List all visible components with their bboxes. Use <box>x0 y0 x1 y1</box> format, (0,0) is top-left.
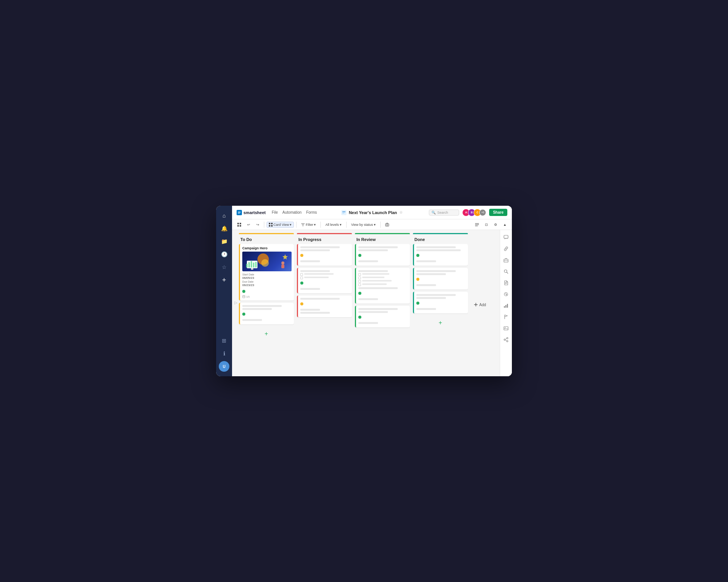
all-levels-chevron: ▾ <box>340 223 342 227</box>
card-todo-2[interactable] <box>239 303 294 324</box>
checkbox-row <box>358 277 408 279</box>
topbar: smartsheet File Automation Forms Next Ye… <box>232 206 512 219</box>
search-box[interactable]: 🔍 Search <box>429 210 459 216</box>
checkbox[interactable] <box>358 277 361 279</box>
link-icon[interactable] <box>502 244 510 253</box>
chat-icon[interactable] <box>502 233 510 241</box>
all-levels-btn[interactable]: All levels ▾ <box>323 222 344 228</box>
card-start-date: 06/05/23 <box>242 276 292 280</box>
nav-file[interactable]: File <box>272 209 278 216</box>
toolbar-right: ⊡ ⚙ ▲ <box>473 222 509 228</box>
card-line <box>300 309 320 311</box>
card-line <box>358 298 378 300</box>
card-in-review-3[interactable] <box>355 306 410 327</box>
card-in-progress-2[interactable] <box>297 268 352 293</box>
search-zoom-icon[interactable] <box>502 267 510 275</box>
checkbox[interactable] <box>358 280 361 283</box>
logo-icon <box>237 210 242 215</box>
grid-icon-btn[interactable] <box>235 222 243 228</box>
app-window: ⌂ 🔔 📁 🕐 ☆ + ⊞ ℹ U smartsheet File Automa… <box>216 206 512 376</box>
column-in-progress-cards <box>297 244 352 376</box>
briefcase-icon[interactable] <box>502 256 510 264</box>
column-todo-border <box>239 233 294 234</box>
sidebar-grid-icon[interactable]: ⊞ <box>219 335 229 346</box>
column-todo-header: To Do <box>239 236 294 244</box>
column-todo-cards: Campaign Hero <box>239 244 294 376</box>
checkbox[interactable] <box>358 273 361 276</box>
card-done-3[interactable] <box>413 292 468 313</box>
chart-icon[interactable] <box>502 301 510 310</box>
flag-icon[interactable] <box>502 313 510 321</box>
card-done-2[interactable] <box>413 268 468 289</box>
collapse-btn[interactable] <box>473 222 481 227</box>
card-status-dot <box>242 290 245 293</box>
add-card-todo-btn[interactable]: + <box>239 328 294 340</box>
svg-rect-6 <box>240 223 241 224</box>
add-card-done-btn[interactable]: + <box>413 317 468 329</box>
card-line <box>304 277 329 278</box>
card-dot <box>416 254 419 257</box>
sidebar-star-icon[interactable]: ☆ <box>219 262 229 272</box>
filter-btn[interactable]: Filter ▾ <box>299 222 318 228</box>
view-by-status-btn[interactable]: View by status ▾ <box>349 222 378 228</box>
checkbox-row-1 <box>300 273 350 276</box>
view-by-status-chevron: ▾ <box>374 223 376 227</box>
card-line <box>300 288 320 290</box>
sidebar-folder-icon[interactable]: 📁 <box>219 236 229 247</box>
sidebar-avatar[interactable]: U <box>219 361 229 372</box>
card-due-date: 06/23/23 <box>242 283 292 287</box>
checkbox-row <box>358 283 408 286</box>
column-in-progress-header: In Progress <box>297 236 352 244</box>
screenshot-btn[interactable] <box>383 222 391 228</box>
svg-rect-38 <box>504 327 508 330</box>
more-btn[interactable]: ▲ <box>501 222 509 228</box>
svg-line-30 <box>507 272 508 274</box>
card-campaign-hero[interactable]: Campaign Hero <box>239 244 294 300</box>
image-icon[interactable] <box>502 324 510 332</box>
column-done-cards: + <box>413 244 468 376</box>
undo-btn[interactable]: ↩ <box>245 222 253 228</box>
column-done-border <box>413 233 468 234</box>
card-line <box>300 246 340 248</box>
file-icon[interactable] <box>502 278 510 287</box>
board-left-edge: ◁ <box>232 230 239 376</box>
card-in-progress-3[interactable] <box>297 296 352 317</box>
card-in-review-1[interactable] <box>355 244 410 266</box>
card-start-label: Start Date <box>242 273 292 276</box>
card-in-progress-1[interactable] <box>297 244 352 266</box>
share-button[interactable]: Share <box>489 209 507 216</box>
redo-btn[interactable]: ↪ <box>254 222 262 228</box>
history-icon[interactable] <box>502 290 510 298</box>
expand-btn[interactable]: ⊡ <box>483 222 490 228</box>
sidebar-info-icon[interactable]: ℹ <box>219 348 229 359</box>
search-placeholder: Search <box>437 211 448 214</box>
toolbar-divider-2 <box>296 222 297 228</box>
svg-rect-26 <box>504 235 508 238</box>
sidebar-home-icon[interactable]: ⌂ <box>219 210 229 221</box>
checkbox[interactable] <box>358 283 361 286</box>
card-in-review-2[interactable] <box>355 268 410 304</box>
filter-chevron: ▾ <box>314 223 316 227</box>
toolbar-divider-1 <box>264 222 264 228</box>
add-column-btn[interactable]: Add <box>471 233 500 376</box>
sidebar-clock-icon[interactable]: 🕐 <box>219 249 229 260</box>
column-todo: To Do Campaign Hero <box>239 233 294 376</box>
card-view-btn[interactable]: Card View ▾ <box>267 222 294 228</box>
svg-rect-10 <box>271 223 273 224</box>
svg-rect-16 <box>475 224 479 225</box>
sidebar-bell-icon[interactable]: 🔔 <box>219 223 229 234</box>
card-done-1[interactable] <box>413 244 468 266</box>
card-line <box>358 287 398 289</box>
checkbox-2[interactable] <box>300 277 303 279</box>
sidebar-plus-icon[interactable]: + <box>219 275 229 285</box>
card-view-label: Card View <box>273 223 289 227</box>
card-line <box>300 298 340 300</box>
toolbar-divider-5 <box>380 222 381 228</box>
nav-forms[interactable]: Forms <box>306 209 317 216</box>
share-alt-icon[interactable] <box>502 335 510 344</box>
column-done: Done <box>413 233 468 376</box>
settings-btn[interactable]: ⚙ <box>492 222 499 228</box>
checkbox-1[interactable] <box>300 273 303 276</box>
nav-automation[interactable]: Automation <box>282 209 302 216</box>
favorite-icon[interactable]: ☆ <box>399 210 403 214</box>
